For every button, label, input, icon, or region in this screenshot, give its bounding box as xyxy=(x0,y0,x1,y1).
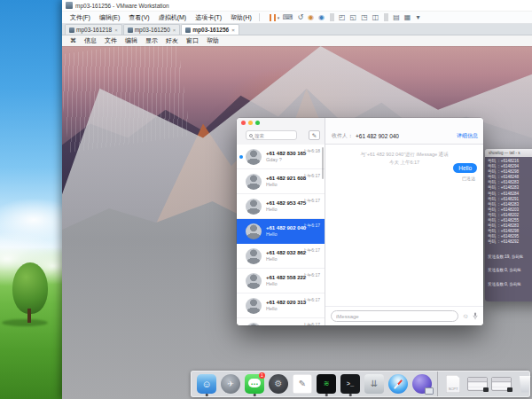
dock-item[interactable] xyxy=(514,372,532,396)
dock-item[interactable] xyxy=(387,372,409,396)
conversation-list-item[interactable]: +61 482 953 475 Hello 上午6:17 xyxy=(237,194,325,219)
dock-icon-glyph: ☺ xyxy=(201,379,211,389)
dock-item[interactable]: ✈ xyxy=(220,372,241,396)
vmware-menu-item[interactable]: 编辑(E) xyxy=(95,13,124,22)
dock-item[interactable] xyxy=(411,372,433,396)
running-indicator xyxy=(325,394,328,396)
macos-menu-item[interactable]: 信息 xyxy=(84,36,97,45)
vmware-menu-item[interactable]: 查看(V) xyxy=(124,13,153,22)
message-input-field[interactable] xyxy=(331,310,458,322)
macos-menu-item[interactable]: 好友 xyxy=(166,36,178,45)
pause-vm-button[interactable]: ▾ xyxy=(270,14,281,21)
vmware-menubar: 文件(F)编辑(E)查看(V)虚拟机(M)选项卡(T)帮助(H) ▾ ⌨↺◉◉◰… xyxy=(62,12,532,24)
vmware-menu-item[interactable]: 虚拟机(M) xyxy=(154,13,192,22)
dock-app-icon[interactable]: >_ xyxy=(340,374,360,394)
minimize-window-button[interactable] xyxy=(248,121,253,125)
conversation-list-item[interactable]: +61 482 921 608 Hello 上午6:17 xyxy=(237,169,325,194)
conversation-list-item[interactable]: +61 482 832 465 上午6:17 xyxy=(237,318,325,325)
conversation-list-item[interactable]: +61 482 558 222 Hello 上午6:17 xyxy=(237,269,325,293)
screen: mp03-161256 - VMware Workstation 文件(F)编辑… xyxy=(0,0,532,399)
dock-item[interactable]: >_ xyxy=(340,372,361,396)
close-tab-icon[interactable]: × xyxy=(231,27,235,33)
conversation-time: 上午6:17 xyxy=(302,297,320,302)
conversation-list-item[interactable]: +61 482 830 165 Gday ? 上午6:18 xyxy=(237,145,325,169)
zoom-window-button[interactable] xyxy=(255,121,260,125)
vmware-toolbar-icon[interactable]: ◉ xyxy=(306,14,317,21)
macos-menu-item[interactable]: 帮助 xyxy=(207,36,219,45)
conversation-list-item[interactable]: +61 482 032 862 Hello 上午6:17 xyxy=(237,244,325,269)
dock-app-icon[interactable]: ⇊ xyxy=(364,374,384,394)
dock-item[interactable]: ≋ xyxy=(316,372,337,396)
dock-item[interactable]: SCPT xyxy=(437,372,464,396)
vmware-titlebar[interactable]: mp03-161256 - VMware Workstation xyxy=(62,0,532,12)
apple-menu-icon[interactable]: ⌘ xyxy=(70,37,76,44)
conversation-header: 收件人： +61 482 902 040 详细信息 xyxy=(325,118,483,145)
dock-app-icon[interactable]: ☺ xyxy=(197,374,216,394)
conversation-time: 上午6:17 xyxy=(302,272,320,278)
vmware-menu-item[interactable]: 文件(F) xyxy=(66,13,95,22)
dock-item[interactable]: ☺ xyxy=(196,372,217,396)
dock-app-icon[interactable] xyxy=(491,377,512,391)
vmware-toolbar-icon[interactable]: ▦ xyxy=(402,14,413,21)
list-scrollbar[interactable] xyxy=(322,147,325,179)
dock-item[interactable] xyxy=(490,372,512,396)
vm-tab[interactable]: mp03-161256 × xyxy=(181,24,239,35)
dock-item[interactable]: ⚙ xyxy=(268,372,289,396)
contact-avatar xyxy=(246,298,262,314)
vmware-menu-item[interactable]: 选项卡(T) xyxy=(191,13,226,22)
dock-item[interactable]: ⇊ xyxy=(364,372,385,396)
dock-app-icon[interactable]: SCPT xyxy=(446,375,460,393)
message-input[interactable] xyxy=(336,314,453,319)
dock-item[interactable]: ✎ xyxy=(292,372,313,396)
dock-item[interactable]: … 1 xyxy=(244,372,265,396)
dictation-mic-icon[interactable] xyxy=(473,312,478,320)
vmware-menu-item[interactable]: 帮助(H) xyxy=(226,13,256,22)
dock-app-icon[interactable]: ⚙ xyxy=(269,374,288,394)
vmware-toolbar-icon[interactable]: ↺ xyxy=(295,14,306,21)
macos-menu-item[interactable]: 文件 xyxy=(105,36,117,45)
vmware-toolbar-icon[interactable] xyxy=(330,13,334,21)
messages-sidebar-toolbar: ✎ xyxy=(237,118,325,145)
dock-app-icon[interactable] xyxy=(467,377,488,391)
vmware-window-title: mp03-161256 - VMware Workstation xyxy=(75,3,169,9)
conversation-time: 上午6:17 xyxy=(302,322,320,325)
pause-icon xyxy=(270,14,276,21)
conversation-list-item[interactable]: +61 482 902 040 Hello 上午6:17 xyxy=(237,219,325,244)
vmware-toolbar-icon[interactable]: ▾ xyxy=(414,14,422,21)
details-link[interactable]: 详细信息 xyxy=(457,132,478,140)
unread-indicator xyxy=(239,155,243,159)
dock-app-icon[interactable]: ✎ xyxy=(293,374,312,394)
vmware-toolbar-icon[interactable] xyxy=(384,13,388,21)
recipient-number: +61 482 902 040 xyxy=(356,133,399,139)
vmware-toolbar-icon[interactable]: ◉ xyxy=(317,14,327,21)
vmware-toolbar-icon[interactable]: ▤ xyxy=(391,14,403,21)
vmware-toolbar-icon[interactable]: ◱ xyxy=(348,14,359,21)
dock-app-icon[interactable]: ≋ xyxy=(317,374,336,394)
vm-tab-label: mp03-161218 xyxy=(76,27,112,33)
close-tab-icon[interactable]: × xyxy=(114,27,118,33)
dock-item[interactable] xyxy=(466,372,488,396)
contact-avatar xyxy=(246,248,262,264)
conversation-list-item[interactable]: +61 482 020 313 Hello 上午6:17 xyxy=(237,293,325,318)
compose-button[interactable]: ✎ xyxy=(309,130,320,140)
macos-menu-item[interactable]: 窗口 xyxy=(186,36,199,45)
macos-menu-item[interactable]: 编辑 xyxy=(125,36,137,45)
dock-app-icon[interactable]: ✈ xyxy=(221,374,240,394)
search-input[interactable] xyxy=(254,133,293,138)
close-window-button[interactable] xyxy=(241,121,246,125)
vm-tab[interactable]: mp03-161250 × xyxy=(123,24,181,35)
dock-app-icon[interactable] xyxy=(412,374,432,394)
vmware-toolbar-icon[interactable]: ⌨ xyxy=(280,14,295,21)
dock-app-icon[interactable] xyxy=(519,376,532,393)
terminal-titlebar[interactable]: showlog — tail - s xyxy=(485,149,532,157)
search-field[interactable] xyxy=(246,130,297,140)
vm-tab[interactable]: mp03-161218 × xyxy=(65,24,122,35)
dock-app-icon[interactable] xyxy=(388,374,408,394)
close-tab-icon[interactable]: × xyxy=(173,27,176,33)
macos-menu-item[interactable]: 显示 xyxy=(145,36,158,45)
vmware-toolbar-icon[interactable]: ◫ xyxy=(370,14,381,21)
emoji-picker-icon[interactable]: ☺ xyxy=(462,313,469,320)
vm-tab-icon xyxy=(69,27,74,33)
vmware-toolbar-icon[interactable]: ◳ xyxy=(359,14,371,21)
vmware-toolbar-icon[interactable]: ◰ xyxy=(337,14,348,21)
